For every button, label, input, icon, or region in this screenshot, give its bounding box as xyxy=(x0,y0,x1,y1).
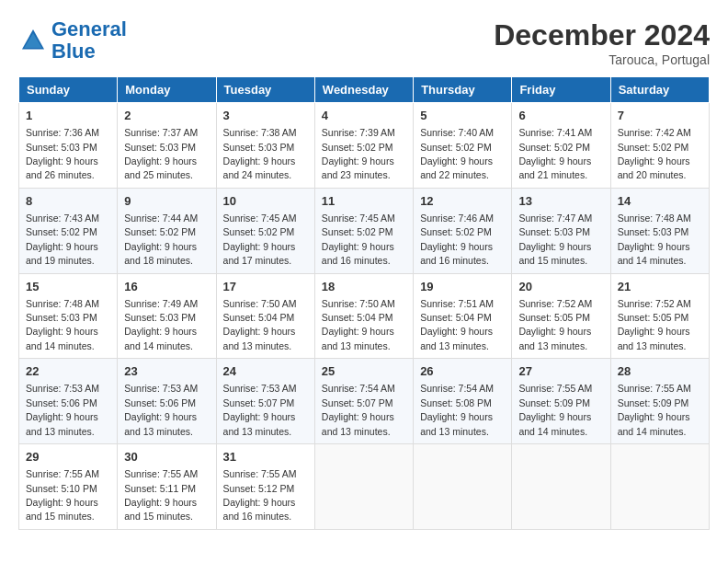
table-row: 2 Sunrise: 7:37 AMSunset: 5:03 PMDayligh… xyxy=(118,103,216,189)
day-number: 27 xyxy=(518,363,603,380)
table-row: 17 Sunrise: 7:50 AMSunset: 5:04 PMDaylig… xyxy=(216,273,314,359)
day-number: 31 xyxy=(223,449,308,465)
logo-text: General Blue xyxy=(51,18,127,63)
table-row: 19 Sunrise: 7:51 AMSunset: 5:04 PMDaylig… xyxy=(414,273,512,359)
day-number: 13 xyxy=(518,193,603,210)
logo-line2: Blue xyxy=(51,40,96,63)
day-number: 30 xyxy=(124,449,209,465)
calendar-week-row: 29 Sunrise: 7:55 AMSunset: 5:10 PMDaylig… xyxy=(19,444,710,530)
day-info: Sunrise: 7:51 AMSunset: 5:04 PMDaylight:… xyxy=(420,298,494,351)
calendar-table: Sunday Monday Tuesday Wednesday Thursday… xyxy=(18,76,710,530)
empty-cell xyxy=(610,444,709,530)
day-number: 1 xyxy=(26,108,110,124)
table-row: 4 Sunrise: 7:39 AMSunset: 5:02 PMDayligh… xyxy=(314,103,413,189)
calendar-week-row: 22 Sunrise: 7:53 AMSunset: 5:06 PMDaylig… xyxy=(19,359,710,444)
day-info: Sunrise: 7:36 AMSunset: 5:03 PMDaylight:… xyxy=(26,127,99,180)
title-block: December 2024 Tarouca, Portugal xyxy=(494,18,710,67)
day-info: Sunrise: 7:55 AMSunset: 5:10 PMDaylight:… xyxy=(26,468,99,522)
table-row: 10 Sunrise: 7:45 AMSunset: 5:02 PMDaylig… xyxy=(216,188,314,273)
day-number: 4 xyxy=(322,108,406,124)
table-row: 22 Sunrise: 7:53 AMSunset: 5:06 PMDaylig… xyxy=(19,359,118,444)
day-number: 23 xyxy=(124,363,209,380)
table-row: 12 Sunrise: 7:46 AMSunset: 5:02 PMDaylig… xyxy=(414,188,512,273)
empty-cell xyxy=(414,444,512,530)
table-row: 25 Sunrise: 7:54 AMSunset: 5:07 PMDaylig… xyxy=(314,359,413,444)
table-row: 8 Sunrise: 7:43 AMSunset: 5:02 PMDayligh… xyxy=(19,188,118,273)
day-info: Sunrise: 7:37 AMSunset: 5:03 PMDaylight:… xyxy=(124,127,198,180)
logo-line1: General xyxy=(51,17,127,40)
table-row: 23 Sunrise: 7:53 AMSunset: 5:06 PMDaylig… xyxy=(118,359,216,444)
page-header: General Blue December 2024 Tarouca, Port… xyxy=(18,18,710,67)
day-info: Sunrise: 7:54 AMSunset: 5:08 PMDaylight:… xyxy=(420,383,494,436)
month-title: December 2024 xyxy=(494,18,710,52)
day-info: Sunrise: 7:53 AMSunset: 5:06 PMDaylight:… xyxy=(124,383,198,436)
day-number: 28 xyxy=(618,363,702,380)
day-info: Sunrise: 7:45 AMSunset: 5:02 PMDaylight:… xyxy=(223,213,297,266)
header-wednesday: Wednesday xyxy=(314,77,413,103)
day-info: Sunrise: 7:55 AMSunset: 5:11 PMDaylight:… xyxy=(124,468,198,522)
weekday-header-row: Sunday Monday Tuesday Wednesday Thursday… xyxy=(19,77,710,103)
table-row: 20 Sunrise: 7:52 AMSunset: 5:05 PMDaylig… xyxy=(512,273,610,359)
day-number: 3 xyxy=(223,108,308,124)
table-row: 31 Sunrise: 7:55 AMSunset: 5:12 PMDaylig… xyxy=(216,444,314,530)
table-row: 27 Sunrise: 7:55 AMSunset: 5:09 PMDaylig… xyxy=(512,359,610,444)
table-row: 30 Sunrise: 7:55 AMSunset: 5:11 PMDaylig… xyxy=(118,444,216,530)
day-info: Sunrise: 7:39 AMSunset: 5:02 PMDaylight:… xyxy=(322,127,395,180)
table-row: 3 Sunrise: 7:38 AMSunset: 5:03 PMDayligh… xyxy=(216,103,314,189)
logo-icon xyxy=(18,26,48,55)
header-thursday: Thursday xyxy=(414,77,512,103)
table-row: 18 Sunrise: 7:50 AMSunset: 5:04 PMDaylig… xyxy=(314,273,413,359)
day-info: Sunrise: 7:41 AMSunset: 5:02 PMDaylight:… xyxy=(518,127,592,180)
day-info: Sunrise: 7:55 AMSunset: 5:09 PMDaylight:… xyxy=(518,383,592,436)
day-number: 8 xyxy=(26,193,110,210)
day-number: 10 xyxy=(223,193,308,210)
location: Tarouca, Portugal xyxy=(494,52,710,67)
day-info: Sunrise: 7:47 AMSunset: 5:03 PMDaylight:… xyxy=(518,213,592,266)
table-row: 6 Sunrise: 7:41 AMSunset: 5:02 PMDayligh… xyxy=(512,103,610,189)
calendar-week-row: 8 Sunrise: 7:43 AMSunset: 5:02 PMDayligh… xyxy=(19,188,710,273)
table-row: 24 Sunrise: 7:53 AMSunset: 5:07 PMDaylig… xyxy=(216,359,314,444)
day-info: Sunrise: 7:53 AMSunset: 5:06 PMDaylight:… xyxy=(26,383,99,436)
header-saturday: Saturday xyxy=(610,77,709,103)
table-row: 29 Sunrise: 7:55 AMSunset: 5:10 PMDaylig… xyxy=(19,444,118,530)
day-number: 19 xyxy=(420,279,505,295)
header-monday: Monday xyxy=(118,77,216,103)
day-number: 20 xyxy=(518,279,603,295)
table-row: 9 Sunrise: 7:44 AMSunset: 5:02 PMDayligh… xyxy=(118,188,216,273)
day-number: 11 xyxy=(322,193,406,210)
table-row: 21 Sunrise: 7:52 AMSunset: 5:05 PMDaylig… xyxy=(610,273,709,359)
table-row: 11 Sunrise: 7:45 AMSunset: 5:02 PMDaylig… xyxy=(314,188,413,273)
day-info: Sunrise: 7:50 AMSunset: 5:04 PMDaylight:… xyxy=(322,298,395,351)
day-info: Sunrise: 7:43 AMSunset: 5:02 PMDaylight:… xyxy=(26,213,99,266)
day-number: 2 xyxy=(124,108,209,124)
table-row: 5 Sunrise: 7:40 AMSunset: 5:02 PMDayligh… xyxy=(414,103,512,189)
day-number: 6 xyxy=(518,108,603,124)
table-row: 16 Sunrise: 7:49 AMSunset: 5:03 PMDaylig… xyxy=(118,273,216,359)
day-info: Sunrise: 7:42 AMSunset: 5:02 PMDaylight:… xyxy=(618,127,691,180)
day-number: 29 xyxy=(26,449,110,465)
day-info: Sunrise: 7:55 AMSunset: 5:12 PMDaylight:… xyxy=(223,468,297,522)
day-number: 12 xyxy=(420,193,505,210)
day-info: Sunrise: 7:52 AMSunset: 5:05 PMDaylight:… xyxy=(518,298,592,351)
day-info: Sunrise: 7:50 AMSunset: 5:04 PMDaylight:… xyxy=(223,298,297,351)
svg-marker-1 xyxy=(24,33,41,48)
day-number: 9 xyxy=(124,193,209,210)
table-row: 13 Sunrise: 7:47 AMSunset: 5:03 PMDaylig… xyxy=(512,188,610,273)
day-info: Sunrise: 7:40 AMSunset: 5:02 PMDaylight:… xyxy=(420,127,494,180)
table-row: 14 Sunrise: 7:48 AMSunset: 5:03 PMDaylig… xyxy=(610,188,709,273)
day-info: Sunrise: 7:52 AMSunset: 5:05 PMDaylight:… xyxy=(618,298,691,351)
day-info: Sunrise: 7:54 AMSunset: 5:07 PMDaylight:… xyxy=(322,383,395,436)
table-row: 1 Sunrise: 7:36 AMSunset: 5:03 PMDayligh… xyxy=(19,103,118,189)
logo: General Blue xyxy=(18,18,127,63)
empty-cell xyxy=(512,444,610,530)
table-row: 15 Sunrise: 7:48 AMSunset: 5:03 PMDaylig… xyxy=(19,273,118,359)
day-info: Sunrise: 7:44 AMSunset: 5:02 PMDaylight:… xyxy=(124,213,198,266)
day-info: Sunrise: 7:38 AMSunset: 5:03 PMDaylight:… xyxy=(223,127,297,180)
header-tuesday: Tuesday xyxy=(216,77,314,103)
day-number: 26 xyxy=(420,363,505,380)
day-info: Sunrise: 7:45 AMSunset: 5:02 PMDaylight:… xyxy=(322,213,395,266)
day-info: Sunrise: 7:53 AMSunset: 5:07 PMDaylight:… xyxy=(223,383,297,436)
day-info: Sunrise: 7:55 AMSunset: 5:09 PMDaylight:… xyxy=(618,383,691,436)
day-info: Sunrise: 7:48 AMSunset: 5:03 PMDaylight:… xyxy=(26,298,99,351)
day-info: Sunrise: 7:48 AMSunset: 5:03 PMDaylight:… xyxy=(618,213,691,266)
